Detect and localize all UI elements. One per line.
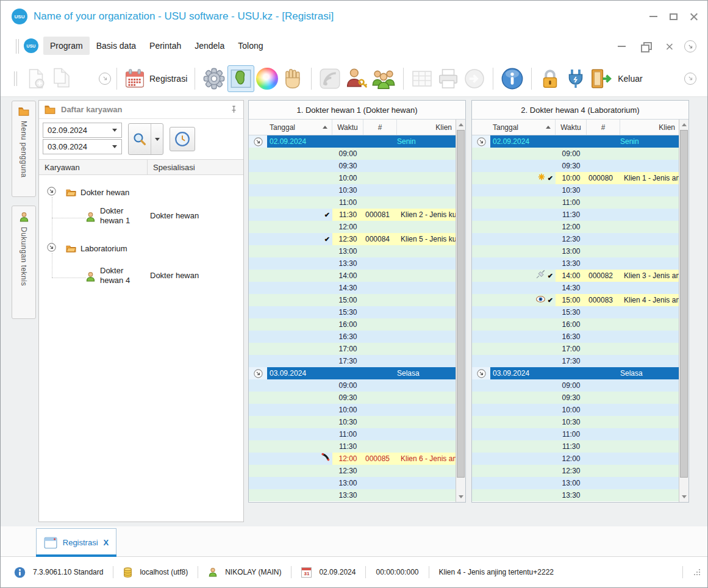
cell-number[interactable]: [363, 148, 397, 160]
cell-waktu[interactable]: 14:00: [332, 270, 363, 282]
cell-number[interactable]: [363, 184, 397, 196]
keluar-button[interactable]: Keluar: [588, 66, 644, 91]
cell-number[interactable]: [363, 331, 397, 343]
cell-tanggal[interactable]: [267, 270, 332, 282]
cell-number[interactable]: [363, 428, 397, 440]
pin-icon[interactable]: [230, 106, 238, 113]
cell-waktu[interactable]: 12:30: [332, 465, 363, 477]
cell-klien[interactable]: [397, 221, 456, 233]
column-header-number[interactable]: #: [363, 120, 397, 135]
cell-klien[interactable]: Klien 6 - Jenis anj: [397, 453, 456, 465]
column-header-waktu[interactable]: Waktu: [556, 120, 587, 135]
cell-waktu[interactable]: 09:30: [332, 160, 363, 172]
cell-waktu[interactable]: 15:30: [332, 306, 363, 318]
cell-waktu[interactable]: 13:00: [556, 245, 587, 257]
cell-waktu[interactable]: 11:30: [332, 209, 363, 221]
menu-tolong[interactable]: Tolong: [231, 37, 270, 55]
appointment-row[interactable]: 12:00000085Klien 6 - Jenis anj: [249, 453, 456, 465]
cell-number[interactable]: [587, 184, 620, 196]
time-slot-row[interactable]: 09:30: [472, 160, 679, 172]
time-slot-row[interactable]: 11:00: [249, 428, 456, 440]
appointment-row[interactable]: ✔10:00000080Klien 1 - Jenis anj: [472, 172, 679, 184]
cell-klien[interactable]: [620, 196, 679, 209]
cell-tanggal[interactable]: [267, 196, 332, 209]
cell-waktu[interactable]: 11:00: [332, 428, 363, 440]
time-slot-row[interactable]: 11:00: [472, 428, 679, 440]
maximize-icon[interactable]: [670, 13, 678, 20]
cell-waktu[interactable]: 11:00: [556, 428, 587, 440]
cell-klien[interactable]: [397, 148, 456, 160]
search-dropdown[interactable]: [151, 124, 163, 154]
cell-waktu[interactable]: 09:30: [556, 160, 587, 172]
cell-klien[interactable]: [397, 331, 456, 343]
cell-number[interactable]: [363, 306, 397, 318]
cell-klien[interactable]: [397, 172, 456, 184]
cell-klien[interactable]: [620, 477, 679, 489]
cell-number[interactable]: [363, 160, 397, 172]
time-slot-row[interactable]: 10:30: [472, 184, 679, 196]
collapse-icon[interactable]: [472, 367, 490, 379]
column-header-tanggal[interactable]: Tanggal: [472, 120, 556, 135]
cell-tanggal[interactable]: [490, 196, 556, 209]
cell-klien[interactable]: [620, 257, 679, 270]
cell-klien[interactable]: [397, 440, 456, 453]
time-slot-row[interactable]: 09:30: [249, 392, 456, 404]
cell-number[interactable]: [363, 477, 397, 489]
cell-waktu[interactable]: 11:30: [332, 440, 363, 453]
cell-klien[interactable]: [397, 379, 456, 392]
time-slot-row[interactable]: 14:00: [249, 270, 456, 282]
cell-number[interactable]: [363, 416, 397, 428]
print-button[interactable]: [435, 65, 462, 92]
scrollbar-thumb[interactable]: [457, 130, 465, 478]
cell-tanggal[interactable]: ✔: [490, 270, 556, 282]
cell-number[interactable]: [363, 318, 397, 331]
cell-klien[interactable]: [397, 428, 456, 440]
cell-tanggal[interactable]: [490, 233, 556, 245]
cell-klien[interactable]: [397, 489, 456, 501]
cell-tanggal[interactable]: [267, 428, 332, 440]
cell-waktu[interactable]: 13:00: [332, 477, 363, 489]
appointment-row[interactable]: ✔11:30000081Klien 2 - Jenis kuc: [249, 209, 456, 221]
cell-tanggal[interactable]: [490, 282, 556, 294]
column-header-klien[interactable]: Klien: [620, 120, 679, 135]
cell-waktu[interactable]: 12:30: [556, 233, 587, 245]
menubar-grip[interactable]: [16, 39, 19, 54]
column-header-waktu[interactable]: Waktu: [332, 120, 363, 135]
cell-number[interactable]: [587, 453, 620, 465]
cell-tanggal[interactable]: [490, 392, 556, 404]
cell-waktu[interactable]: 17:30: [332, 355, 363, 367]
appointment-row[interactable]: ✔15:00000083Klien 4 - Jenis anj: [472, 294, 679, 306]
info-button[interactable]: [499, 65, 526, 92]
time-slot-row[interactable]: 10:30: [472, 416, 679, 428]
cell-waktu[interactable]: 13:30: [556, 257, 587, 270]
cell-waktu[interactable]: 12:00: [332, 221, 363, 233]
cell-klien[interactable]: [397, 257, 456, 270]
time-slot-row[interactable]: 15:00: [249, 294, 456, 306]
cell-number[interactable]: [587, 282, 620, 294]
cell-number[interactable]: [587, 343, 620, 355]
cell-waktu[interactable]: 11:00: [556, 196, 587, 209]
column-header-klien[interactable]: Klien: [397, 120, 456, 135]
registrasi-button[interactable]: Registrasi: [123, 66, 189, 91]
cell-number[interactable]: 000085: [363, 453, 397, 465]
tree-group-laboratorium[interactable]: Laboratorium: [39, 242, 243, 254]
cell-waktu[interactable]: 12:00: [556, 221, 587, 233]
time-slot-row[interactable]: 14:30: [472, 282, 679, 294]
cell-klien[interactable]: [620, 282, 679, 294]
cell-klien[interactable]: [620, 355, 679, 367]
cell-waktu[interactable]: 17:00: [332, 343, 363, 355]
cell-tanggal[interactable]: [267, 331, 332, 343]
time-slot-row[interactable]: 11:00: [249, 196, 456, 209]
cell-number[interactable]: [363, 404, 397, 416]
cell-number[interactable]: [587, 233, 620, 245]
hand-button[interactable]: [280, 66, 306, 91]
cell-waktu[interactable]: 15:00: [556, 294, 587, 306]
cell-klien[interactable]: [620, 209, 679, 221]
tree-group-dokter-hewan[interactable]: Dokter hewan: [39, 186, 243, 198]
cell-tanggal[interactable]: [490, 477, 556, 489]
cell-tanggal[interactable]: [267, 453, 332, 465]
time-slot-row[interactable]: 13:00: [472, 245, 679, 257]
cell-klien[interactable]: [620, 160, 679, 172]
time-slot-row[interactable]: 12:00: [249, 221, 456, 233]
time-slot-row[interactable]: 14:30: [249, 282, 456, 294]
